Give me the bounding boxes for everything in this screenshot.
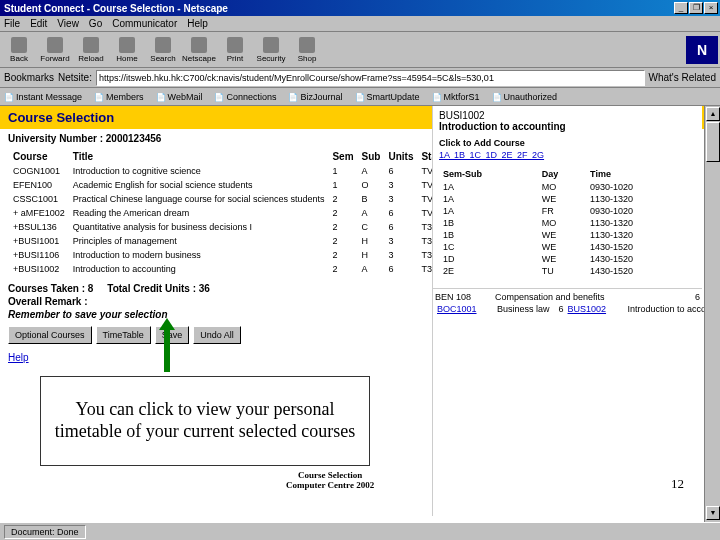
undo-all-button[interactable]: Undo All: [193, 326, 241, 344]
col-sem: Sem: [329, 150, 356, 163]
link-connections[interactable]: Connections: [214, 92, 276, 102]
table-row: COGN1001Introduction to cognitive scienc…: [10, 165, 500, 177]
course-detail-panel: BUSI1002 Introduction to accounting Clic…: [432, 106, 702, 516]
course-code-link[interactable]: CSSC1001: [13, 194, 58, 204]
table-row: EFEN100Academic English for social scien…: [10, 179, 500, 191]
catalog-row[interactable]: BOC1001Business law6: [435, 303, 566, 315]
back-button[interactable]: Back: [2, 34, 36, 66]
course-code-link[interactable]: BSUL136: [18, 222, 57, 232]
table-row: +BSUL136Quantitative analysis for busine…: [10, 221, 500, 233]
whats-related-button[interactable]: What's Related: [649, 72, 717, 83]
section-row: 1AFR0930-1020: [441, 206, 694, 216]
scroll-up-button[interactable]: ▲: [706, 107, 720, 121]
titlebar: Student Connect - Course Selection - Net…: [0, 0, 720, 16]
link-unauthorized[interactable]: Unauthorized: [492, 92, 558, 102]
home-icon: [119, 37, 135, 53]
forward-icon: [47, 37, 63, 53]
menu-file[interactable]: File: [4, 18, 20, 29]
table-row: +BUSI1106Introduction to modern business…: [10, 249, 500, 261]
annotation-arrow: [162, 318, 172, 372]
scroll-down-button[interactable]: ▼: [706, 506, 720, 520]
link-mktfors1[interactable]: MktforS1: [432, 92, 480, 102]
click-to-add-label: Click to Add Course: [439, 138, 696, 148]
security-button[interactable]: Security: [254, 34, 288, 66]
menu-go[interactable]: Go: [89, 18, 102, 29]
home-button[interactable]: Home: [110, 34, 144, 66]
status-text: Document: Done: [4, 525, 86, 539]
section-row: 1CWE1430-1520: [441, 242, 694, 252]
menu-help[interactable]: Help: [187, 18, 208, 29]
minimize-button[interactable]: _: [674, 2, 688, 14]
section-links[interactable]: 1A 1B 1C 1D 2E 2F 2G: [439, 150, 696, 160]
section-schedule-table: Sem-Sub Day Time 1AMO0930-10201AWE1130-1…: [439, 166, 696, 278]
table-row: + aMFE1002Reading the American dream2A6T…: [10, 207, 500, 219]
reload-icon: [83, 37, 99, 53]
detail-course-title: Introduction to accounting: [439, 121, 566, 132]
course-code-link[interactable]: COGN1001: [13, 166, 60, 176]
status-bar: Document: Done: [0, 522, 720, 540]
search-button[interactable]: Search: [146, 34, 180, 66]
scroll-thumb[interactable]: [706, 122, 720, 162]
link-bizjournal[interactable]: BizJournal: [288, 92, 342, 102]
catalog-row[interactable]: BUS1002Introduction to accounting6: [566, 303, 720, 315]
url-input[interactable]: [96, 70, 645, 86]
section-row: 1DWE1430-1520: [441, 254, 694, 264]
print-icon: [227, 37, 243, 53]
course-catalog-list: BEN 108 Compensation and benefits 6 BOC1…: [433, 291, 702, 315]
course-code-link[interactable]: BUSI1106: [18, 250, 59, 260]
maximize-button[interactable]: ❐: [689, 2, 703, 14]
close-button[interactable]: ×: [704, 2, 718, 14]
catalog-row[interactable]: BEN 108 Compensation and benefits 6: [433, 291, 702, 303]
bookmarks-button[interactable]: Bookmarks: [4, 72, 54, 83]
netscape-button[interactable]: Netscape: [182, 34, 216, 66]
security-icon: [263, 37, 279, 53]
slide-credit: Course Selection Computer Centre 2002: [286, 470, 374, 490]
forward-button[interactable]: Forward: [38, 34, 72, 66]
col-course: Course: [10, 150, 68, 163]
table-row: +BUSI1002Introduction to accounting2A6T3: [10, 263, 500, 275]
window-title: Student Connect - Course Selection - Net…: [2, 3, 674, 14]
table-row: +BUSI1001Principles of management2H3T3: [10, 235, 500, 247]
col-title: Title: [70, 150, 328, 163]
course-code-link[interactable]: BUSI1002: [18, 264, 59, 274]
section-row: 1AMO0930-1020: [441, 182, 694, 192]
course-code-link[interactable]: BUSI1001: [18, 236, 59, 246]
vertical-scrollbar[interactable]: ▲ ▼: [704, 106, 720, 522]
netscape-logo: N: [686, 36, 718, 64]
optional-courses-button[interactable]: Optional Courses: [8, 326, 92, 344]
back-icon: [11, 37, 27, 53]
print-button[interactable]: Print: [218, 34, 252, 66]
menu-communicator[interactable]: Communicator: [112, 18, 177, 29]
table-row: CSSC1001Practical Chinese language cours…: [10, 193, 500, 205]
shop-button[interactable]: Shop: [290, 34, 324, 66]
slide-number: 12: [671, 476, 684, 492]
address-bar: Bookmarks Netsite: What's Related: [0, 68, 720, 88]
link-members[interactable]: Members: [94, 92, 144, 102]
course-code-link[interactable]: MFE1002: [26, 208, 65, 218]
detail-course-code: BUSI1002: [439, 110, 696, 121]
shop-icon: [299, 37, 315, 53]
reload-button[interactable]: Reload: [74, 34, 108, 66]
link-smartupdate[interactable]: SmartUpdate: [355, 92, 420, 102]
menu-edit[interactable]: Edit: [30, 18, 47, 29]
col-units: Units: [385, 150, 416, 163]
netscape-icon: [191, 37, 207, 53]
timetable-button[interactable]: TimeTable: [96, 326, 151, 344]
col-sub: Sub: [359, 150, 384, 163]
section-row: 1BWE1130-1320: [441, 230, 694, 240]
link-instant-message[interactable]: Instant Message: [4, 92, 82, 102]
course-table: Course Title Sem Sub Units Status Remark…: [8, 148, 502, 277]
menu-view[interactable]: View: [57, 18, 79, 29]
search-icon: [155, 37, 171, 53]
toolbar: Back Forward Reload Home Search Netscape…: [0, 32, 720, 68]
personal-toolbar: Instant Message Members WebMail Connecti…: [0, 88, 720, 106]
course-code-link[interactable]: EFEN100: [13, 180, 52, 190]
section-row: 1BMO1130-1320: [441, 218, 694, 228]
annotation-callout: You can click to view your personal time…: [40, 376, 370, 466]
netsite-label: Netsite:: [58, 72, 92, 83]
link-webmail[interactable]: WebMail: [156, 92, 203, 102]
section-row: 1AWE1130-1320: [441, 194, 694, 204]
menubar: File Edit View Go Communicator Help: [0, 16, 720, 32]
section-row: 2ETU1430-1520: [441, 266, 694, 276]
